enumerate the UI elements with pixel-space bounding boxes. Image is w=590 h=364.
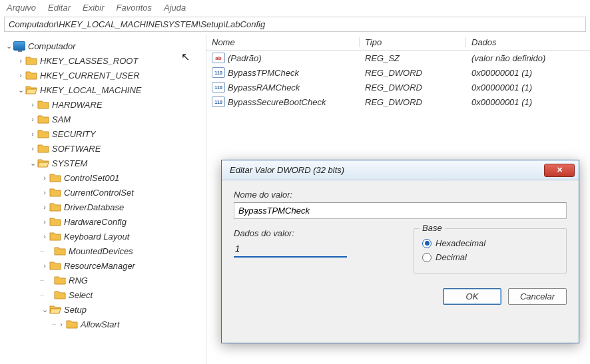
tree-line-icon: ┈ [52, 321, 55, 328]
tree-select[interactable]: Select [69, 290, 93, 300]
expander-icon[interactable]: › [57, 320, 66, 328]
menu-bar: Arquivo Editar Exibir Favoritos Ajuda [0, 0, 590, 15]
value-data: 0x00000001 (1) [466, 68, 590, 78]
registry-tree[interactable]: ↖ ⌄Computador ›HKEY_CLASSES_ROOT ›HKEY_C… [0, 35, 206, 364]
col-header-name[interactable]: Nome [206, 37, 360, 47]
tree-cs001[interactable]: ControlSet001 [64, 173, 119, 183]
expander-icon[interactable]: › [40, 218, 49, 226]
value-row[interactable]: 110 BypassTPMCheck REG_DWORD 0x00000001 … [206, 65, 590, 80]
folder-icon [37, 114, 49, 124]
tree-mounted[interactable]: MountedDevices [69, 246, 133, 256]
folder-icon [49, 231, 61, 242]
folder-icon [54, 275, 66, 285]
tree-system[interactable]: SYSTEM [52, 158, 87, 168]
expander-icon[interactable]: › [40, 232, 49, 240]
mouse-cursor-icon: ↖ [181, 51, 190, 63]
edit-dword-dialog: Editar Valor DWORD (32 bits) ✕ Nome do v… [221, 160, 579, 343]
value-type: REG_DWORD [360, 97, 466, 107]
folder-icon [37, 128, 49, 139]
col-header-type[interactable]: Tipo [360, 37, 466, 47]
expander-icon[interactable]: › [28, 144, 37, 152]
value-data: 0x00000001 (1) [466, 97, 590, 107]
folder-icon [25, 55, 37, 66]
tree-hardware[interactable]: HARDWARE [52, 100, 103, 110]
folder-icon [54, 246, 66, 256]
col-header-data[interactable]: Dados [466, 37, 590, 47]
tree-rng[interactable]: RNG [69, 275, 88, 285]
expander-icon[interactable]: › [40, 174, 49, 182]
expander-icon[interactable]: › [40, 262, 49, 270]
expander-icon[interactable]: › [16, 71, 25, 79]
radio-dot-icon [422, 253, 432, 262]
tree-hkcr[interactable]: HKEY_CLASSES_ROOT [40, 56, 138, 66]
expander-icon[interactable]: › [40, 188, 49, 196]
close-button[interactable]: ✕ [544, 164, 575, 177]
menu-arquivo[interactable]: Arquivo [7, 3, 36, 13]
menu-exibir[interactable]: Exibir [83, 3, 105, 13]
dword-value-icon: 110 [212, 67, 225, 78]
value-name-input[interactable] [234, 202, 567, 219]
base-groupbox: Base Hexadecimal Decimal [414, 228, 567, 273]
folder-icon [49, 172, 61, 183]
tree-line-icon: ┈ [40, 291, 43, 299]
tree-security[interactable]: SECURITY [52, 129, 96, 139]
value-data-label: Dados do valor: [234, 228, 398, 238]
folder-icon [25, 70, 37, 81]
expander-icon[interactable]: ⌄ [16, 86, 25, 94]
ok-button[interactable]: OK [443, 288, 501, 305]
value-data-input[interactable] [234, 241, 347, 258]
folder-open-icon [37, 158, 49, 168]
tree-ccs[interactable]: CurrentControlSet [64, 188, 134, 198]
folder-icon [49, 216, 61, 227]
value-data: (valor não definido) [466, 53, 590, 63]
address-bar[interactable]: Computador\HKEY_LOCAL_MACHINE\SYSTEM\Set… [4, 17, 586, 32]
value-row[interactable]: 110 BypassRAMCheck REG_DWORD 0x00000001 … [206, 80, 590, 94]
computer-icon [13, 41, 25, 51]
menu-editar[interactable]: Editar [48, 3, 71, 13]
folder-icon [66, 319, 78, 329]
tree-line-icon: ┈ [40, 248, 43, 255]
tree-hkcu[interactable]: HKEY_CURRENT_USER [40, 71, 140, 81]
dword-value-icon: 110 [212, 82, 225, 92]
dword-value-icon: 110 [212, 96, 225, 107]
folder-open-icon [49, 304, 61, 315]
tree-setup[interactable]: Setup [64, 305, 87, 315]
radio-hexadecimal[interactable]: Hexadecimal [422, 238, 558, 248]
folder-icon [37, 143, 49, 154]
tree-software[interactable]: SOFTWARE [52, 144, 101, 154]
value-type: REG_DWORD [360, 68, 466, 78]
string-value-icon: ab [212, 53, 225, 63]
tree-driverdb[interactable]: DriverDatabase [64, 202, 124, 212]
tree-kblayout[interactable]: Keyboard Layout [64, 232, 129, 242]
tree-line-icon: ┈ [40, 277, 43, 284]
expander-icon[interactable]: › [28, 115, 37, 123]
expander-icon[interactable]: › [40, 203, 49, 211]
expander-icon[interactable]: ⌄ [4, 42, 13, 51]
tree-root[interactable]: Computador [28, 41, 76, 51]
value-row[interactable]: 110 BypassSecureBootCheck REG_DWORD 0x00… [206, 94, 590, 109]
radio-decimal[interactable]: Decimal [422, 252, 558, 262]
expander-icon[interactable]: ⌄ [28, 159, 37, 168]
menu-favoritos[interactable]: Favoritos [117, 3, 152, 13]
value-name: BypassRAMCheck [228, 83, 360, 92]
value-row[interactable]: ab (Padrão) REG_SZ (valor não definido) [206, 51, 590, 65]
tree-hwconfig[interactable]: HardwareConfig [64, 217, 127, 227]
tree-resmgr[interactable]: ResourceManager [64, 261, 135, 271]
expander-icon[interactable]: › [28, 100, 37, 108]
dialog-title: Editar Valor DWORD (32 bits) [230, 165, 544, 175]
values-header: Nome Tipo Dados [206, 35, 590, 51]
tree-hklm[interactable]: HKEY_LOCAL_MACHINE [40, 85, 141, 95]
value-type: REG_DWORD [360, 83, 466, 92]
expander-icon[interactable]: › [16, 57, 25, 65]
dialog-titlebar[interactable]: Editar Valor DWORD (32 bits) ✕ [222, 160, 579, 180]
menu-ajuda[interactable]: Ajuda [164, 3, 186, 13]
folder-icon [49, 187, 61, 198]
folder-icon [54, 289, 66, 300]
cancel-button[interactable]: Cancelar [508, 288, 567, 305]
tree-allowstart[interactable]: AllowStart [81, 319, 120, 329]
tree-sam[interactable]: SAM [52, 114, 71, 124]
expander-icon[interactable]: › [28, 130, 37, 138]
expander-icon[interactable]: ⌄ [40, 305, 49, 314]
value-name-label: Nome do valor: [234, 190, 567, 200]
value-type: REG_SZ [360, 53, 466, 63]
